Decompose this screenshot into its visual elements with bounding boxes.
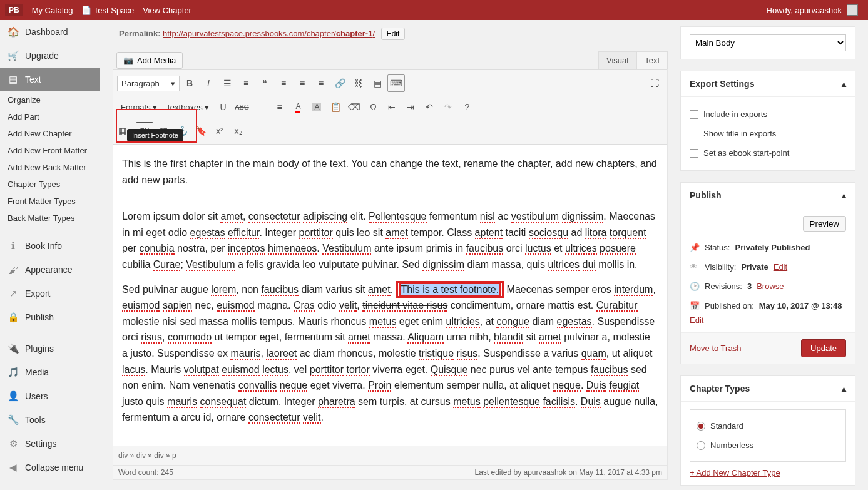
bookmark-button[interactable]: 🔖 — [192, 122, 210, 140]
sidebar-upgrade[interactable]: 🛒Upgrade — [0, 44, 100, 68]
sidebar-export[interactable]: ↗Export — [0, 282, 100, 305]
element-path: div » div » div » p — [118, 449, 176, 462]
outdent-button[interactable]: ⇤ — [383, 98, 401, 116]
strike-button[interactable]: ABC — [233, 98, 250, 116]
align-justify-button[interactable]: ≡ — [270, 98, 288, 116]
preview-button[interactable]: Preview — [803, 216, 846, 232]
add-chapter-type-link[interactable]: + Add New Chapter Type — [690, 468, 780, 477]
bullet-list-button[interactable]: ☰ — [218, 74, 236, 92]
move-to-trash-link[interactable]: Move to Trash — [690, 344, 741, 353]
sidebar-appearance[interactable]: 🖌Appearance — [0, 258, 100, 282]
toggle-icon[interactable]: ▴ — [842, 190, 846, 200]
page-icon: ▤ — [8, 74, 19, 85]
clear-format-button[interactable]: ⌫ — [345, 98, 363, 116]
update-button[interactable]: Update — [801, 339, 846, 357]
italic-button[interactable]: I — [200, 74, 217, 92]
redo-button[interactable]: ↷ — [439, 98, 457, 116]
quote-button[interactable]: ❝ — [256, 74, 273, 92]
sidebar-add-back[interactable]: Add New Back Matter — [0, 159, 100, 176]
bold-button[interactable]: B — [181, 74, 198, 92]
editor-toolbar: Paragraph▾ B I ☰ ≡ ❝ ≡ ≡ ≡ 🔗 ⛓ ▤ ⌨ ⛶ — [113, 69, 667, 145]
align-left-button[interactable]: ≡ — [275, 74, 292, 92]
toolbar-toggle-button[interactable]: ⌨ — [387, 74, 405, 92]
pb-logo[interactable]: PB — [5, 4, 23, 16]
editor-content[interactable]: This is the first chapter in the main bo… — [113, 145, 667, 446]
permalink-edit-button[interactable]: Edit — [381, 28, 406, 40]
sidebar-organize[interactable]: Organize — [0, 91, 100, 108]
tab-text[interactable]: Text — [636, 51, 668, 69]
align-right-button[interactable]: ≡ — [312, 74, 330, 92]
sidebar-plugins[interactable]: 🔌Plugins — [0, 337, 100, 360]
underline-button[interactable]: U — [214, 98, 232, 116]
sidebar-tools[interactable]: 🔧Tools — [0, 408, 100, 432]
link-button[interactable]: 🔗 — [331, 74, 349, 92]
hr-button[interactable]: — — [252, 98, 269, 116]
toggle-icon[interactable]: ▴ — [842, 384, 846, 394]
sidebar-chapter-types[interactable]: Chapter Types — [0, 176, 100, 193]
sidebar-book-info[interactable]: ℹBook Info — [0, 234, 100, 258]
browse-revisions-link[interactable]: Browse — [757, 282, 784, 291]
template-select[interactable]: Main Body — [690, 34, 846, 51]
paste-button[interactable]: 📋 — [327, 98, 344, 116]
test-space-link[interactable]: 📄 Test Space — [81, 6, 134, 15]
sidebar-text[interactable]: ▤Text — [0, 68, 100, 91]
paragraph-2: Lorem ipsum dolor sit amet, consectetur … — [122, 208, 658, 272]
chevron-down-icon: ▾ — [171, 79, 175, 88]
sidebar-publish[interactable]: 🔒Publish — [0, 305, 100, 329]
howdy-link[interactable]: Howdy, apurvaashok — [767, 6, 842, 15]
word-count: Word count: 245 — [118, 468, 173, 477]
paragraph-1: This is the first chapter in the main bo… — [122, 156, 658, 188]
show-title-checkbox[interactable] — [690, 130, 698, 138]
plug-icon: 🔌 — [8, 343, 19, 354]
sidebar-front-types[interactable]: Front Matter Types — [0, 193, 100, 210]
sidebar-add-chapter[interactable]: Add New Chapter — [0, 125, 100, 142]
footnote-tooltip: Insert Footnote — [127, 129, 183, 141]
sidebar-add-front[interactable]: Add New Front Matter — [0, 142, 100, 159]
align-center-button[interactable]: ≡ — [294, 74, 311, 92]
admin-sidebar: 🏠Dashboard 🛒Upgrade ▤Text Organize Add P… — [0, 20, 100, 490]
sidebar-settings[interactable]: ⚙Settings — [0, 432, 100, 456]
superscript-button[interactable]: x² — [211, 122, 228, 140]
visibility-edit-link[interactable]: Edit — [774, 262, 787, 272]
template-metabox: Main Body — [680, 26, 855, 59]
add-media-button[interactable]: 📷Add Media — [116, 52, 183, 69]
export-settings-metabox: Export Settings▴ Include in exports Show… — [680, 71, 855, 171]
view-chapter-link[interactable]: View Chapter — [143, 6, 191, 15]
text-color-button[interactable]: A — [289, 98, 307, 116]
eye-icon: 👁 — [690, 262, 700, 272]
admin-top-bar: PB My Catalog 📄 Test Space View Chapter … — [0, 0, 868, 20]
special-char-button[interactable]: Ω — [364, 98, 382, 116]
sidebar-back-types[interactable]: Back Matter Types — [0, 210, 100, 227]
help-button[interactable]: ? — [458, 98, 476, 116]
ebook-start-checkbox[interactable] — [690, 149, 698, 158]
numberless-radio[interactable] — [697, 441, 705, 450]
avatar[interactable] — [847, 4, 858, 16]
sidebar-dashboard[interactable]: 🏠Dashboard — [0, 20, 100, 44]
cart-icon: 🛒 — [8, 50, 19, 61]
sidebar-collapse[interactable]: ◀Collapse menu — [0, 456, 100, 479]
unlink-button[interactable]: ⛓ — [350, 74, 367, 92]
publish-date-edit-link[interactable]: Edit — [690, 315, 703, 325]
fullscreen-button[interactable]: ⛶ — [646, 74, 663, 92]
subscript-button[interactable]: x₂ — [230, 122, 247, 140]
paragraph-3: Sed pulvinar augue lorem, non faucibus d… — [122, 282, 658, 426]
my-catalog-link[interactable]: My Catalog — [32, 6, 73, 15]
undo-button[interactable]: ↶ — [421, 98, 438, 116]
chapter-types-metabox: Chapter Types▴ Standard Numberless + Add… — [680, 375, 855, 486]
standard-radio[interactable] — [697, 422, 705, 431]
sidebar-media[interactable]: 🎵Media — [0, 360, 100, 384]
textboxes-menu[interactable]: Textboxes ▾ — [162, 100, 213, 115]
last-edited: Last edited by apurvaashok on May 11, 20… — [474, 468, 662, 477]
num-list-button[interactable]: ≡ — [237, 74, 255, 92]
bg-color-button[interactable]: A — [308, 98, 325, 116]
formats-menu[interactable]: Formats ▾ — [117, 100, 161, 115]
indent-button[interactable]: ⇥ — [402, 98, 419, 116]
permalink-url[interactable]: http://apurvatestspace.pressbooks.com/ch… — [163, 29, 375, 38]
format-select[interactable]: Paragraph▾ — [117, 76, 180, 91]
sidebar-users[interactable]: 👤Users — [0, 384, 100, 408]
include-exports-checkbox[interactable] — [690, 110, 698, 119]
sidebar-add-part[interactable]: Add Part — [0, 108, 100, 125]
tab-visual[interactable]: Visual — [598, 51, 636, 69]
toggle-icon[interactable]: ▴ — [842, 79, 846, 89]
more-button[interactable]: ▤ — [369, 74, 386, 92]
